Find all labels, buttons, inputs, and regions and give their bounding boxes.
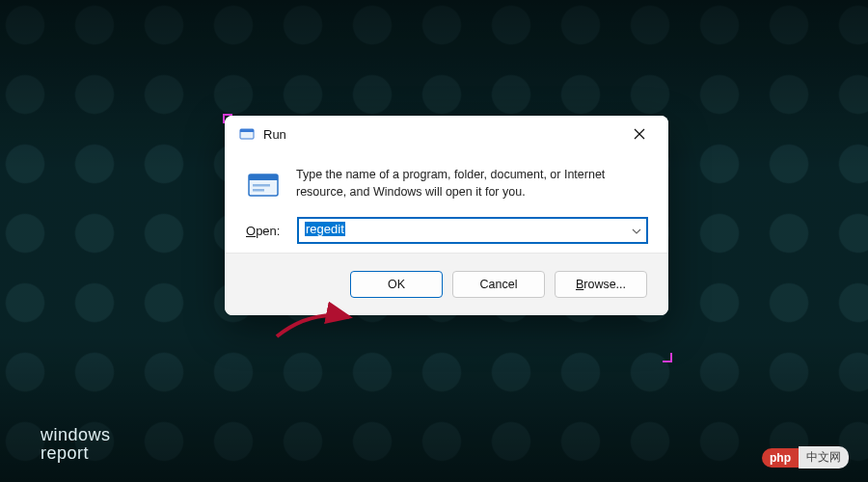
open-combobox[interactable]: regedit: [298, 218, 647, 243]
svg-rect-1: [240, 129, 254, 132]
browse-button[interactable]: Browse...: [555, 271, 647, 298]
open-label: Open:: [246, 224, 286, 238]
svg-rect-7: [253, 189, 264, 192]
highlight-corner: [663, 353, 672, 362]
cancel-button[interactable]: Cancel: [452, 271, 545, 298]
close-icon: [634, 128, 645, 140]
run-titlebar-icon: [238, 125, 256, 143]
watermark-windows-report: windows report: [41, 426, 111, 463]
svg-rect-6: [253, 184, 270, 187]
close-button[interactable]: [620, 120, 659, 148]
run-dialog: Run Type the name of a program, folder, …: [225, 116, 668, 315]
titlebar[interactable]: Run: [225, 116, 668, 152]
instruction-text: Type the name of a program, folder, docu…: [296, 166, 647, 201]
dialog-footer: OK Cancel Browse...: [225, 253, 668, 315]
open-input[interactable]: [298, 218, 647, 243]
run-icon: [246, 168, 281, 202]
watermark-php: php 中文网: [762, 446, 849, 469]
ok-button[interactable]: OK: [350, 271, 443, 298]
dialog-title: Run: [263, 127, 286, 142]
dialog-body: Type the name of a program, folder, docu…: [225, 152, 668, 253]
svg-rect-5: [249, 174, 278, 180]
highlight-corner: [223, 114, 232, 123]
